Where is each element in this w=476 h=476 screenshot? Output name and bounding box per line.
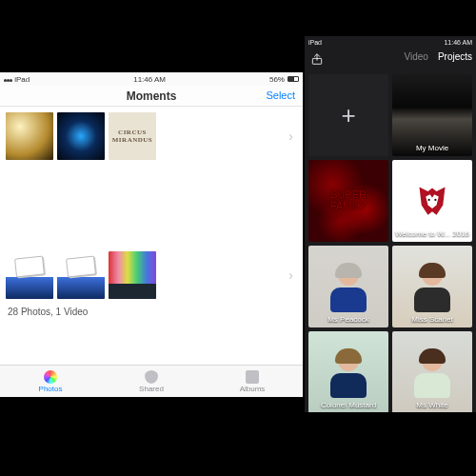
new-project-button[interactable]: + (308, 74, 388, 156)
photos-icon (44, 370, 57, 384)
tab-photos[interactable]: Photos (0, 366, 101, 397)
projects-grid[interactable]: + My Movie SUPER FAMILY Welcome to W... … (305, 70, 476, 412)
moment-row[interactable]: › (6, 251, 297, 299)
project-title: Ms Peacock (308, 315, 388, 324)
moment-summary: 28 Photos, 1 Video (6, 307, 297, 317)
imovie-header: Video Projects (305, 48, 476, 70)
project-title: Ms White (392, 401, 472, 409)
project-tile[interactable]: My Movie (392, 74, 472, 156)
svg-point-1 (428, 199, 430, 201)
moment-row[interactable]: CIRCUS MIRANDUS › (6, 112, 297, 160)
project-tile[interactable]: Colonel Mustard (308, 331, 388, 412)
photos-app-window: iPad 11:46 AM 56% Moments Select CIRCUS … (0, 72, 303, 397)
tab-projects[interactable]: Projects (438, 51, 472, 62)
photo-thumb[interactable] (6, 251, 53, 299)
photos-status-bar: iPad 11:46 AM 56% (0, 72, 303, 86)
imovie-tabs: Video Projects (404, 51, 472, 62)
plus-icon: + (341, 103, 355, 128)
nav-title: Moments (127, 89, 177, 103)
imovie-app-window: iPad 11:46 AM Video Projects + My Movie … (305, 36, 476, 412)
time-label: 11:46 AM (444, 39, 472, 46)
tab-shared[interactable]: Shared (101, 366, 202, 397)
photo-thumb[interactable] (57, 251, 105, 299)
photo-thumb[interactable] (109, 251, 156, 299)
project-tile[interactable]: Ms White (392, 331, 472, 412)
tab-video[interactable]: Video (404, 51, 427, 62)
time-label: 11:46 AM (133, 75, 166, 84)
chevron-right-icon[interactable]: › (288, 268, 293, 283)
project-tile[interactable]: Miss Scarlet (392, 246, 472, 327)
project-title: Miss Scarlet (392, 315, 472, 324)
project-tile[interactable]: SUPER FAMILY (308, 160, 388, 242)
project-title: My Movie (392, 144, 472, 152)
albums-icon (246, 370, 259, 384)
carrier-label: iPad (308, 39, 322, 46)
svg-point-2 (434, 199, 436, 201)
photo-thumb[interactable]: CIRCUS MIRANDUS (109, 112, 156, 160)
project-art-text: SUPER FAMILY (330, 189, 367, 211)
cloud-icon (145, 370, 158, 384)
photo-thumb[interactable] (57, 112, 105, 160)
project-title: Colonel Mustard (308, 401, 388, 409)
moments-scroll[interactable]: CIRCUS MIRANDUS › › 28 Photos, 1 Video (0, 107, 303, 365)
photo-thumb[interactable] (6, 112, 53, 160)
chevron-right-icon[interactable]: › (288, 129, 293, 144)
battery-label: 56% (269, 75, 299, 84)
photos-nav-bar: Moments Select (0, 86, 303, 107)
wolf-logo-icon (415, 184, 449, 218)
carrier-label: iPad (4, 75, 30, 84)
imovie-status-bar: iPad 11:46 AM (305, 36, 476, 48)
select-button[interactable]: Select (266, 89, 295, 101)
share-icon[interactable] (310, 52, 324, 66)
tab-albums[interactable]: Albums (202, 366, 303, 397)
project-tile[interactable]: Welcome to W... 2016 (392, 160, 472, 242)
project-title: Welcome to W... 2016 (392, 229, 472, 238)
project-tile[interactable]: Ms Peacock (308, 246, 388, 327)
photos-tab-bar: Photos Shared Albums (0, 365, 303, 397)
